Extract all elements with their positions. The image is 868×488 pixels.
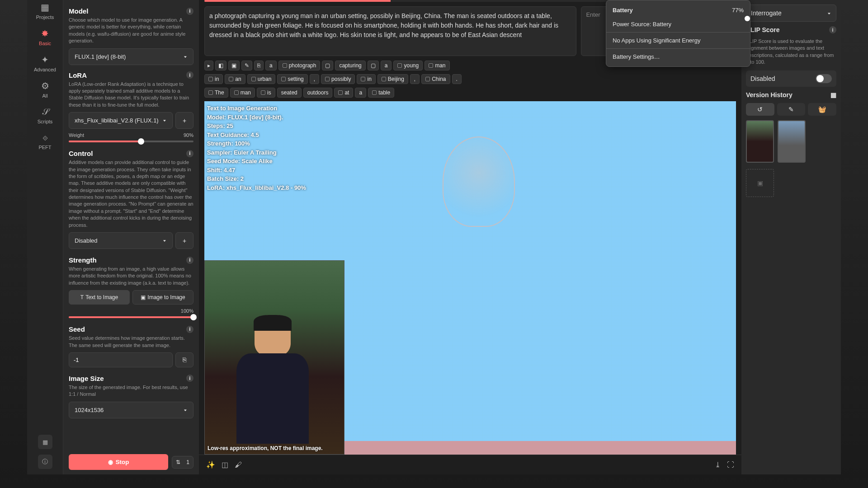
tag-tool-icon[interactable]: ◧	[215, 61, 226, 70]
info-icon[interactable]: i	[186, 8, 193, 15]
control-title: Control	[69, 150, 93, 157]
battery-menu: Battery77% Power Source: Battery No Apps…	[606, 0, 750, 67]
rail-basic[interactable]: ✸Basic	[39, 28, 51, 46]
control-add-button[interactable]: +	[175, 232, 193, 249]
battery-settings[interactable]: Battery Settings…	[606, 50, 750, 64]
weight-value: 90%	[184, 132, 193, 138]
tag[interactable]: ,	[410, 74, 420, 84]
battery-title: Battery	[613, 7, 633, 14]
history-tab[interactable]: ↺	[746, 103, 774, 116]
clip-desc: CLIP Score is used to evaluate the align…	[746, 38, 836, 66]
control-desc: Additive models can provide additional c…	[69, 159, 193, 229]
strength-slider[interactable]	[69, 316, 193, 318]
info-icon[interactable]: i	[186, 257, 193, 264]
tag[interactable]: capturing	[335, 61, 365, 70]
edit-tab[interactable]: ✎	[777, 103, 806, 116]
download-icon[interactable]: ⤓	[715, 460, 721, 469]
tag-tool-icon[interactable]: ⎘	[254, 61, 264, 70]
info-icon[interactable]: i	[186, 326, 193, 333]
interrogate-button[interactable]: Interrogate▼	[746, 5, 836, 22]
battery-source: Power Source: Battery	[606, 17, 750, 31]
tag[interactable]: photograph	[278, 61, 321, 70]
battery-noapps: No Apps Using Significant Energy	[606, 33, 750, 47]
tag[interactable]: a	[381, 61, 392, 70]
tag[interactable]: outdoors	[303, 88, 333, 98]
tag[interactable]: a	[355, 88, 366, 98]
tag[interactable]: ,	[310, 74, 319, 84]
nav-rail: ▦Projects ✸Basic ✦Advanced ⚙All 𝒮Scripts…	[27, 0, 63, 474]
canvas-toolbar: ✨ ◫ 🖌 ⤓ ⛶	[199, 455, 741, 474]
canvas[interactable]: Low-res approximation, NOT the final ima…	[204, 101, 736, 455]
seed-lock-button[interactable]: ⎘	[175, 352, 193, 367]
tag[interactable]: in	[204, 74, 223, 84]
history-thumb[interactable]	[746, 120, 774, 163]
rail-grid-button[interactable]: ▦	[38, 435, 52, 449]
tag-tool-icon[interactable]: ✎	[241, 61, 252, 70]
tag[interactable]: man	[230, 88, 255, 98]
settings-sidebar: Modeli Choose which model to use for ima…	[63, 0, 199, 474]
tag[interactable]: China	[421, 74, 450, 84]
tag[interactable]: The	[204, 88, 228, 98]
tag[interactable]: at	[334, 88, 353, 98]
erase-icon[interactable]: ◫	[222, 460, 228, 469]
lora-select[interactable]: xhs_Flux_liblibai_V2.8 (FLUX.1)▼	[69, 112, 173, 129]
rail-projects[interactable]: ▦Projects	[36, 2, 54, 20]
tag[interactable]: man	[425, 61, 449, 70]
text-to-image-button[interactable]: T Text to Image	[69, 290, 130, 305]
basket-tab[interactable]: 🧺	[808, 103, 836, 116]
info-icon[interactable]: i	[829, 26, 836, 33]
rail-all[interactable]: ⚙All	[41, 80, 49, 99]
tag[interactable]: Beijing	[377, 74, 408, 84]
brush-icon[interactable]: 🖌	[235, 461, 242, 469]
tag[interactable]: an	[225, 74, 245, 84]
tag[interactable]: in	[357, 74, 375, 84]
rail-advanced[interactable]: ✦Advanced	[34, 54, 56, 72]
expand-icon[interactable]: ⛶	[727, 461, 734, 469]
tag[interactable]: urban	[247, 74, 276, 84]
generating-preview	[406, 136, 551, 371]
rail-scripts[interactable]: 𝒮Scripts	[38, 107, 53, 124]
batch-count[interactable]: ⇅1	[172, 456, 193, 469]
chevron-down-icon: ▼	[162, 239, 167, 242]
wand-icon[interactable]: ✨	[206, 460, 215, 469]
clip-toggle[interactable]: Disabled	[746, 70, 836, 87]
prompt-input[interactable]: a photograph capturing a young man in an…	[204, 6, 576, 56]
image-to-image-button[interactable]: ▣ Image to Image	[132, 290, 193, 305]
info-icon[interactable]: i	[186, 71, 193, 79]
info-icon[interactable]: i	[186, 375, 193, 382]
generation-info-overlay: Text to Image Generation Model: FLUX.1 […	[207, 104, 306, 192]
lora-add-button[interactable]: +	[175, 112, 193, 129]
weight-slider[interactable]	[69, 141, 193, 142]
model-title: Model	[69, 7, 88, 15]
rail-info-button[interactable]: ⓘ	[38, 455, 52, 469]
info-icon[interactable]: i	[186, 150, 193, 157]
tag-tool-icon[interactable]: ▢	[368, 61, 379, 70]
tag[interactable]: seated	[277, 88, 302, 98]
seed-input[interactable]	[69, 352, 173, 367]
thumb-placeholder[interactable]: ▣	[746, 169, 774, 197]
tag[interactable]: table	[368, 88, 394, 98]
tag[interactable]: .	[452, 74, 462, 84]
tag-tool-icon[interactable]: ▢	[322, 61, 333, 70]
model-select[interactable]: FLUX.1 [dev] (8-bit)▼	[69, 48, 193, 65]
version-history-title: Version History	[746, 91, 793, 99]
size-select[interactable]: 1024x1536▼	[69, 402, 193, 418]
clip-title: CLIP Score	[746, 26, 779, 33]
tag[interactable]: a	[265, 61, 277, 70]
stop-button[interactable]: ◉ Stop	[69, 454, 168, 470]
tag[interactable]: young	[393, 61, 423, 70]
size-desc: The size of the generated image. For bes…	[69, 384, 193, 398]
size-title: Image Size	[69, 375, 104, 382]
tag[interactable]: possibly	[321, 74, 355, 84]
tag-tool-icon[interactable]: ▸	[204, 61, 213, 70]
grid-icon[interactable]: ▦	[830, 91, 836, 99]
scroll-indicator	[745, 16, 750, 21]
rail-peft[interactable]: ⟐PEFT	[38, 132, 51, 150]
control-select[interactable]: Disabled▼	[69, 232, 173, 249]
chevron-down-icon: ▼	[183, 408, 188, 412]
history-thumb[interactable]	[778, 120, 806, 163]
chevron-down-icon: ▼	[183, 55, 188, 58]
tag[interactable]: is	[257, 88, 275, 98]
tag[interactable]: setting	[277, 74, 307, 84]
tag-tool-icon[interactable]: ▣	[228, 61, 240, 70]
